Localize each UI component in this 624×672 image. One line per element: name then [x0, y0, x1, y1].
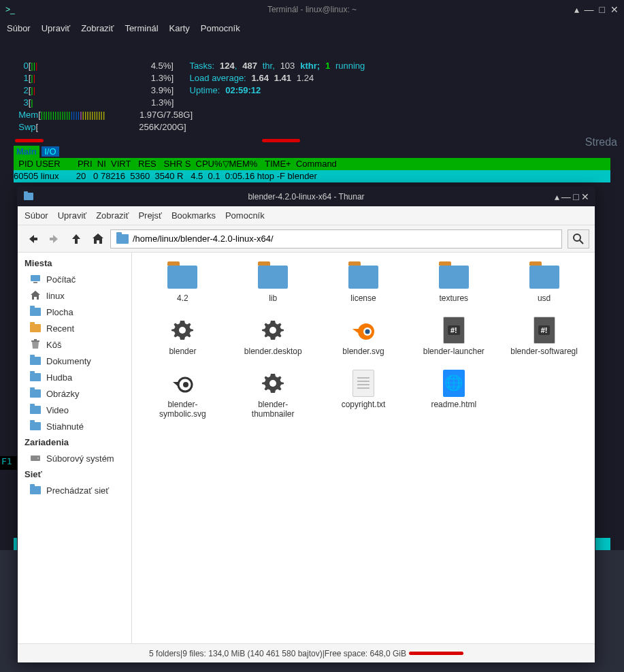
- script-icon: #!: [438, 317, 470, 344]
- file-label: license: [350, 293, 376, 303]
- file-label: blender-launcher: [423, 347, 485, 356]
- icon-grid: 4.2liblicensetexturesusdblenderblender.d…: [132, 259, 595, 423]
- sidebar-item-súborový-systém[interactable]: Súborový systém: [18, 450, 131, 466]
- cpu3-pct: 1.3%: [151, 97, 171, 108]
- file-label: blender.desktop: [244, 347, 302, 356]
- close-button[interactable]: ✕: [610, 4, 619, 15]
- thunar-main[interactable]: 4.2liblicensetexturesusdblenderblender.d…: [132, 253, 595, 643]
- sidebar-item-label: Recent: [46, 323, 74, 334]
- file-label: blender-symbolic.svg: [148, 400, 216, 419]
- tab-io[interactable]: I/O: [42, 146, 59, 157]
- file-license[interactable]: license: [320, 259, 408, 307]
- file-usd[interactable]: usd: [500, 259, 588, 307]
- sidebar-item-kôš[interactable]: Kôš: [18, 336, 131, 353]
- up-button[interactable]: ▴: [574, 4, 579, 15]
- menu-bookmarks[interactable]: Bookmarks: [171, 210, 216, 221]
- menu-pomocnik[interactable]: Pomocník: [201, 23, 240, 33]
- file-4-2[interactable]: 4.2: [139, 259, 227, 307]
- sidebar-item-plocha[interactable]: Plocha: [18, 304, 131, 320]
- menu-pomocnik[interactable]: Pomocník: [225, 210, 265, 221]
- menu-zobrazit[interactable]: Zobraziť: [96, 210, 129, 221]
- thunar-statusbar: 5 folders | 9 files: 134,0 MiB (140 461 …: [18, 643, 595, 662]
- file-blender-svg[interactable]: blender.svg: [320, 313, 408, 360]
- menu-karty[interactable]: Karty: [169, 23, 190, 33]
- forward-button[interactable]: [45, 229, 64, 249]
- sidebar-item-label: Plocha: [46, 307, 73, 317]
- blender-mono-icon: [166, 370, 199, 397]
- folder-icon: [347, 263, 380, 291]
- thunar-window-controls: ▴ — □ ✕: [555, 191, 590, 202]
- sidebar-item-prechádzať-sieť[interactable]: Prechádzať sieť: [18, 482, 131, 498]
- desktop-day: Streda: [585, 136, 617, 148]
- gear-icon: [257, 317, 289, 344]
- svg-line-3: [580, 240, 583, 244]
- running-value: 1: [325, 61, 330, 71]
- svg-point-2: [574, 234, 580, 241]
- menu-zobrazit[interactable]: Zobraziť: [81, 23, 114, 33]
- load1: 1.64: [252, 73, 269, 83]
- minimize-button[interactable]: —: [561, 191, 571, 202]
- file-textures[interactable]: textures: [410, 259, 497, 307]
- file-blender[interactable]: blender: [139, 313, 227, 360]
- swp-value: 256K/200G: [139, 122, 184, 132]
- close-button[interactable]: ✕: [581, 191, 589, 202]
- disk-icon: [30, 453, 41, 464]
- kthr-label: kthr;: [300, 61, 320, 71]
- file-blender-thumbnailer[interactable]: blender-thumbnailer: [229, 366, 317, 423]
- home-button[interactable]: [88, 229, 108, 249]
- file-copyright-txt[interactable]: copyright.txt: [320, 366, 408, 423]
- cpu3-id: 3: [23, 97, 28, 108]
- file-blender-desktop[interactable]: blender.desktop: [229, 313, 317, 360]
- thunar-sidebar: Miesta PočítačlinuxPlochaRecentKôšDokume…: [18, 253, 132, 643]
- file-blender-symbolic-svg[interactable]: blender-symbolic.svg: [139, 366, 227, 423]
- sidebar-item-počítač[interactable]: Počítač: [18, 271, 131, 287]
- sidebar-item-dokumenty[interactable]: Dokumenty: [18, 353, 131, 369]
- menu-terminal[interactable]: Terminál: [125, 23, 158, 33]
- folder-cyan-icon: [30, 306, 41, 317]
- terminal-menubar: Súbor Upraviť Zobraziť Terminál Karty Po…: [0, 19, 624, 37]
- sidebar-item-linux[interactable]: linux: [18, 287, 131, 304]
- load-label: Load average:: [190, 73, 246, 83]
- sidebar-item-label: Video: [46, 405, 69, 415]
- uptime-value: 02:59:12: [225, 85, 261, 95]
- menu-upravit[interactable]: Upraviť: [58, 210, 86, 221]
- sidebar-item-video[interactable]: Video: [18, 402, 131, 418]
- maximize-button[interactable]: □: [600, 4, 605, 15]
- path-input[interactable]: /home/linux/blender-4.2.0-linux-x64/: [110, 229, 562, 249]
- sidebar-item-stiahnuté[interactable]: Stiahnuté: [18, 418, 131, 434]
- up-button[interactable]: ▴: [555, 191, 559, 202]
- menu-upravit[interactable]: Upraviť: [42, 23, 70, 33]
- search-button[interactable]: [568, 229, 589, 249]
- back-button[interactable]: [23, 229, 42, 249]
- terminal-icon: >_: [5, 5, 15, 14]
- status-folders: 5 folders: [149, 649, 180, 658]
- folder-icon: [257, 263, 289, 291]
- minimize-button[interactable]: —: [585, 4, 594, 15]
- svg-point-9: [37, 458, 39, 459]
- maximize-button[interactable]: □: [573, 191, 578, 202]
- sidebar-item-label: Stiahnuté: [46, 421, 84, 432]
- file-lib[interactable]: lib: [229, 259, 317, 307]
- file-blender-launcher[interactable]: #!blender-launcher: [410, 313, 497, 360]
- svg-rect-6: [31, 340, 39, 342]
- gear-icon: [166, 317, 199, 344]
- sidebar-item-recent[interactable]: Recent: [18, 320, 131, 336]
- thunar-app-icon: [23, 191, 34, 204]
- file-blender-softwaregl[interactable]: #!blender-softwaregl: [500, 313, 588, 360]
- menu-prejst[interactable]: Prejsť: [138, 210, 162, 221]
- running-label: running: [335, 61, 365, 71]
- tab-main[interactable]: Main: [14, 146, 39, 158]
- load2: 1.41: [274, 73, 291, 83]
- mem-label: Mem: [18, 110, 38, 120]
- menu-subor[interactable]: Súbor: [24, 210, 48, 221]
- file-readme-html[interactable]: 🌐readme.html: [410, 366, 497, 423]
- gear-icon: [257, 370, 289, 397]
- sidebar-item-obrázky[interactable]: Obrázky: [18, 385, 131, 402]
- folder-cyan-icon: [30, 355, 41, 366]
- menu-subor[interactable]: Súbor: [7, 23, 31, 33]
- up-button[interactable]: [67, 229, 86, 249]
- monitor-icon: [30, 274, 41, 285]
- sidebar-item-label: Hudba: [46, 372, 72, 383]
- sidebar-item-hudba[interactable]: Hudba: [18, 369, 131, 385]
- red-annotation-2: [262, 139, 300, 142]
